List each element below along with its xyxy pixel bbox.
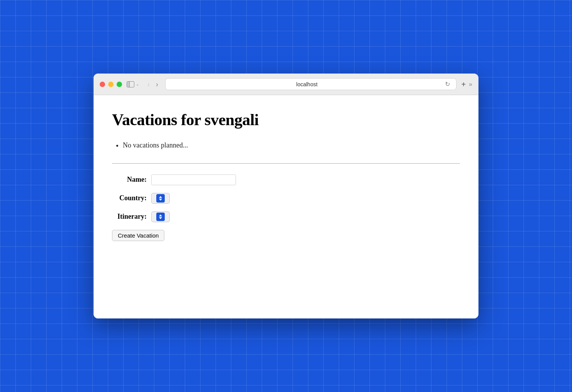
extensions-button[interactable]: »: [469, 81, 472, 88]
up-arrow-icon: [159, 196, 162, 198]
name-label: Name:: [112, 176, 147, 184]
address-bar[interactable]: localhost ↻: [165, 78, 457, 90]
itinerary-select[interactable]: [151, 211, 170, 222]
new-tab-button[interactable]: +: [461, 80, 466, 88]
country-label: Country:: [112, 194, 147, 202]
sidebar-icon: [127, 81, 134, 87]
vacation-list: No vacations planned...: [112, 140, 460, 151]
sidebar-toggle-button[interactable]: ⌄: [127, 81, 139, 87]
nav-buttons: ‹ ›: [145, 80, 161, 89]
down-arrow-icon: [159, 199, 162, 201]
back-button[interactable]: ‹: [145, 80, 152, 89]
create-vacation-form: Name: Country: Itinerary:: [112, 174, 460, 241]
close-button[interactable]: [100, 82, 105, 87]
minimize-button[interactable]: [108, 82, 114, 87]
down-arrow-icon: [159, 217, 162, 219]
create-vacation-button[interactable]: Create Vacation: [112, 230, 164, 241]
browser-chrome: ⌄ ‹ › localhost ↻ + »: [94, 74, 478, 95]
traffic-lights: [100, 82, 122, 87]
page-title: Vacations for svengali: [112, 111, 460, 129]
up-arrow-icon: [159, 214, 162, 216]
browser-window: ⌄ ‹ › localhost ↻ + » Vacations for sven…: [94, 74, 478, 318]
browser-content: Vacations for svengali No vacations plan…: [94, 95, 478, 318]
toolbar-right: + »: [461, 80, 472, 88]
forward-button[interactable]: ›: [154, 80, 161, 89]
submit-row: Create Vacation: [112, 230, 460, 241]
itinerary-row: Itinerary:: [112, 211, 460, 222]
itinerary-select-arrows-icon: [156, 213, 165, 221]
url-display: localhost: [170, 81, 443, 87]
name-input[interactable]: [151, 174, 236, 185]
sidebar-chevron-icon: ⌄: [136, 82, 139, 86]
maximize-button[interactable]: [117, 82, 122, 87]
country-select-arrows-icon: [156, 194, 165, 203]
country-select[interactable]: [151, 193, 170, 204]
reload-button[interactable]: ↻: [443, 80, 452, 88]
empty-vacation-item: No vacations planned...: [123, 140, 460, 151]
country-row: Country:: [112, 193, 460, 204]
section-divider: [112, 163, 460, 164]
itinerary-label: Itinerary:: [112, 213, 147, 221]
name-row: Name:: [112, 174, 460, 185]
